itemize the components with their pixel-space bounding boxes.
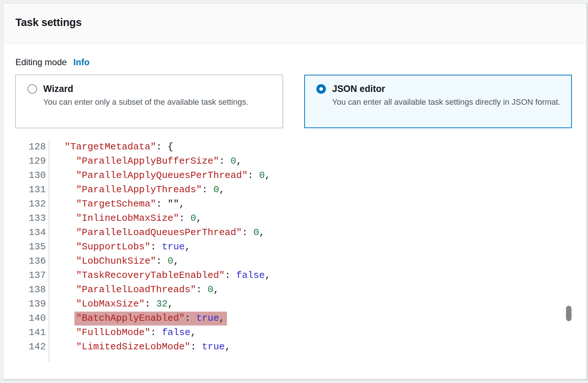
- line-number: 137: [15, 268, 49, 283]
- code-line[interactable]: 131 "ParallelApplyThreads": 0,: [15, 183, 587, 197]
- task-settings-panel: Task settings Editing modeInfo Wizard Yo…: [3, 3, 587, 380]
- code-line[interactable]: 134 "ParallelLoadQueuesPerThread": 0,: [15, 226, 587, 240]
- line-number: 138: [15, 283, 49, 297]
- line-number: 136: [15, 254, 49, 268]
- code-line-text: "ParallelApplyThreads": 0,: [49, 183, 225, 197]
- code-line-tail: [15, 354, 587, 362]
- code-line[interactable]: 139 "LobMaxSize": 32,: [15, 297, 587, 311]
- line-number: 130: [15, 168, 49, 183]
- line-number: 139: [15, 297, 49, 311]
- line-number: 133: [15, 211, 49, 226]
- scrollbar-thumb[interactable]: [566, 306, 572, 321]
- code-line-text: "TargetSchema": "",: [49, 197, 185, 211]
- editing-mode-row: Editing modeInfo: [15, 57, 587, 67]
- wizard-radio[interactable]: [27, 84, 37, 94]
- panel-title: Task settings: [15, 16, 82, 28]
- code-line-text: "ParallelApplyBufferSize": 0,: [49, 154, 242, 168]
- code-line-text: "BatchApplyEnabled": true,: [49, 311, 225, 326]
- option-label: Wizard: [43, 83, 248, 94]
- editing-mode-label: Editing mode: [15, 57, 67, 67]
- highlighted-code-marker: "BatchApplyEnabled": true,: [74, 312, 227, 326]
- code-line-text: "LimitedSizeLobMode": true,: [49, 340, 231, 354]
- line-number: 132: [15, 197, 49, 211]
- code-line-text: "SupportLobs": true,: [49, 240, 191, 254]
- json-code-editor[interactable]: 128 "TargetMetadata": {129 "ParallelAppl…: [15, 140, 587, 362]
- json-editor-radio[interactable]: [316, 84, 326, 94]
- code-line[interactable]: 136 "LobChunkSize": 0,: [15, 254, 587, 268]
- code-line[interactable]: 133 "InlineLobMaxSize": 0,: [15, 211, 587, 226]
- code-line[interactable]: 142 "LimitedSizeLobMode": true,: [15, 340, 587, 354]
- info-link[interactable]: Info: [73, 57, 89, 67]
- panel-header: Task settings: [3, 3, 587, 44]
- option-description: You can enter only a subset of the avail…: [43, 96, 248, 108]
- code-line-text: "InlineLobMaxSize": 0,: [49, 211, 202, 226]
- editing-mode-options: Wizard You can enter only a subset of th…: [15, 75, 572, 128]
- option-card-json-editor[interactable]: JSON editor You can enter all available …: [304, 75, 572, 128]
- line-number: 141: [15, 326, 49, 340]
- option-description: You can enter all available task setting…: [332, 96, 561, 108]
- code-line-text: "ParallelLoadQueuesPerThread": 0,: [49, 226, 265, 240]
- line-number: 129: [15, 154, 49, 168]
- option-text: Wizard You can enter only a subset of th…: [43, 83, 248, 121]
- line-number: 131: [15, 183, 49, 197]
- line-number: 140: [15, 311, 49, 326]
- code-line-text: "LobMaxSize": 32,: [49, 297, 173, 311]
- line-number: 142: [15, 340, 49, 354]
- code-line-text: "LobChunkSize": 0,: [49, 254, 179, 268]
- code-line[interactable]: 128 "TargetMetadata": {: [15, 140, 587, 154]
- code-line[interactable]: 141 "FullLobMode": false,: [15, 326, 587, 340]
- line-number: [15, 354, 49, 362]
- code-line[interactable]: 140 "BatchApplyEnabled": true,: [15, 311, 587, 326]
- code-line[interactable]: 130 "ParallelApplyQueuesPerThread": 0,: [15, 168, 587, 183]
- code-line-text: "FullLobMode": false,: [49, 326, 196, 340]
- line-number: 134: [15, 226, 49, 240]
- code-line[interactable]: 135 "SupportLobs": true,: [15, 240, 587, 254]
- code-line[interactable]: 129 "ParallelApplyBufferSize": 0,: [15, 154, 587, 168]
- option-card-wizard[interactable]: Wizard You can enter only a subset of th…: [15, 75, 283, 128]
- code-line-text: "TaskRecoveryTableEnabled": false,: [49, 268, 271, 283]
- code-line[interactable]: 132 "TargetSchema": "",: [15, 197, 587, 211]
- panel-body: Editing modeInfo Wizard You can enter on…: [3, 57, 587, 362]
- option-text: JSON editor You can enter all available …: [332, 83, 561, 121]
- code-line-text: "ParallelLoadThreads": 0,: [49, 283, 219, 297]
- code-line[interactable]: 138 "ParallelLoadThreads": 0,: [15, 283, 587, 297]
- code-line-text: "TargetMetadata": {: [49, 140, 173, 154]
- code-line[interactable]: 137 "TaskRecoveryTableEnabled": false,: [15, 268, 587, 283]
- code-line-text: "ParallelApplyQueuesPerThread": 0,: [49, 168, 271, 183]
- option-label: JSON editor: [332, 83, 561, 94]
- line-number: 135: [15, 240, 49, 254]
- line-number: 128: [15, 140, 49, 154]
